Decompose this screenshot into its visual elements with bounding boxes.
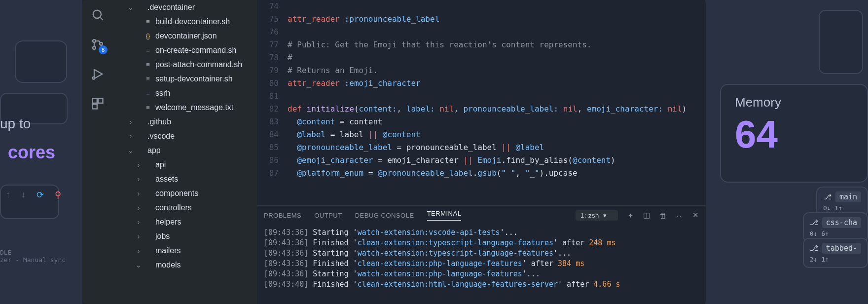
tree-item-label: setup-devcontainer.sh bbox=[155, 75, 233, 83]
refresh-icon[interactable]: ⟳ bbox=[36, 190, 44, 200]
tree-item-label: app bbox=[147, 146, 161, 155]
tree-item-label: components bbox=[155, 189, 198, 198]
tree-item-label: ssrh bbox=[155, 89, 170, 98]
chevron-right-icon: › bbox=[135, 232, 143, 240]
branch-name: main bbox=[835, 191, 861, 202]
chevron-down-icon: ⌄ bbox=[135, 261, 143, 269]
arrow-up-icon[interactable]: ↑ bbox=[6, 190, 10, 200]
file-icon: ≡ bbox=[144, 61, 152, 68]
folder-row[interactable]: ›jobs bbox=[113, 229, 257, 243]
file-row[interactable]: ≡post-attach-command.sh bbox=[113, 57, 257, 72]
svg-rect-9 bbox=[93, 104, 97, 109]
branch-card[interactable]: ⎇tabbed-2↓ 1↑ bbox=[803, 238, 868, 268]
tree-item-label: build-devcontainer.sh bbox=[155, 17, 230, 26]
search-icon[interactable] bbox=[86, 3, 109, 27]
tab-problems[interactable]: Problems bbox=[264, 212, 301, 219]
folder-row[interactable]: ›.github bbox=[113, 114, 257, 129]
folder-row[interactable]: ›assets bbox=[113, 172, 257, 186]
file-icon: {} bbox=[144, 32, 152, 39]
memory-card: Memory 64 bbox=[720, 84, 868, 183]
tab-debug-console[interactable]: Debug Console bbox=[355, 212, 414, 219]
svg-point-0 bbox=[93, 10, 101, 18]
file-row[interactable]: ≡welcome_message.txt bbox=[113, 100, 257, 114]
promo-pill2: ↑ ↓ ⟳ ⚲ bbox=[0, 185, 59, 219]
folder-row[interactable]: ⌄app bbox=[113, 143, 257, 157]
memory-value: 64 bbox=[735, 112, 867, 157]
chevron-up-icon[interactable]: ︿ bbox=[676, 211, 684, 220]
folder-row[interactable]: ›controllers bbox=[113, 200, 257, 215]
file-icon: ≡ bbox=[144, 75, 152, 82]
tree-item-label: devcontainer.json bbox=[155, 32, 217, 40]
tree-item-label: jobs bbox=[155, 232, 170, 241]
file-row[interactable]: {}devcontainer.json bbox=[113, 29, 257, 43]
chevron-right-icon: › bbox=[135, 218, 143, 226]
memory-label: Memory bbox=[735, 95, 867, 110]
promo-left-panel: up to cores ↑ ↓ ⟳ ⚲ DLE zer - Manual syn… bbox=[0, 0, 82, 304]
tree-item-label: helpers bbox=[155, 218, 181, 227]
file-icon: ≡ bbox=[144, 89, 152, 97]
source-control-icon[interactable]: 8 bbox=[86, 33, 109, 56]
svg-point-3 bbox=[93, 46, 96, 49]
activity-bar: 8 bbox=[82, 0, 113, 304]
branch-stat: 0↓ 6↑ bbox=[810, 230, 861, 237]
chevron-right-icon: › bbox=[135, 161, 143, 169]
terminal-output[interactable]: [09:43:36] Starting 'watch-extension:vsc… bbox=[257, 225, 706, 304]
branch-stat: 2↓ 1↑ bbox=[810, 256, 861, 263]
folder-row[interactable]: ⌄models bbox=[113, 258, 257, 272]
tree-item-label: .github bbox=[147, 117, 171, 126]
svg-rect-7 bbox=[93, 99, 97, 103]
chevron-right-icon: › bbox=[135, 204, 143, 212]
chevron-right-icon: › bbox=[135, 247, 143, 255]
file-row[interactable]: ≡ssrh bbox=[113, 86, 257, 100]
promo-right-panel: Memory 64 ⎇main0↓ 1↑⎇css-cha0↓ 6↑⎇tabbed… bbox=[705, 0, 868, 304]
branch-name: tabbed- bbox=[822, 243, 861, 254]
bottom-panel: Problems Output Debug Console Terminal 1… bbox=[257, 205, 706, 304]
tree-item-label: mailers bbox=[155, 246, 181, 255]
folder-row[interactable]: ›helpers bbox=[113, 215, 257, 229]
tree-item-label: on-create-command.sh bbox=[155, 46, 237, 55]
editor-area: 7475767778798081828384858687 attr_reader… bbox=[257, 0, 706, 304]
tree-item-label: .vscode bbox=[147, 132, 175, 141]
svg-point-2 bbox=[93, 39, 96, 42]
folder-row[interactable]: ›mailers bbox=[113, 243, 257, 258]
run-debug-icon[interactable] bbox=[86, 62, 109, 86]
file-icon: ≡ bbox=[144, 18, 152, 25]
folder-row[interactable]: ⌄.devcontainer bbox=[113, 0, 257, 14]
arrow-down-icon[interactable]: ↓ bbox=[21, 190, 26, 200]
tab-output[interactable]: Output bbox=[314, 212, 342, 219]
file-row[interactable]: ≡setup-devcontainer.sh bbox=[113, 72, 257, 86]
file-icon: ≡ bbox=[144, 104, 152, 111]
chevron-right-icon: › bbox=[127, 118, 135, 126]
tab-terminal[interactable]: Terminal bbox=[427, 210, 462, 221]
scm-badge: 8 bbox=[99, 45, 108, 54]
split-terminal-icon[interactable]: ◫ bbox=[643, 211, 651, 220]
folder-row[interactable]: ›components bbox=[113, 186, 257, 200]
chevron-right-icon: › bbox=[135, 175, 143, 183]
ide-window: 8 ⌄.devcontainer≡build-devcontainer.sh{}… bbox=[82, 0, 706, 304]
file-row[interactable]: ≡on-create-command.sh bbox=[113, 43, 257, 57]
file-explorer: ⌄.devcontainer≡build-devcontainer.sh{}de… bbox=[113, 0, 257, 304]
panel-tabs: Problems Output Debug Console Terminal 1… bbox=[257, 206, 706, 225]
tree-item-label: welcome_message.txt bbox=[155, 103, 233, 112]
promo-box bbox=[15, 40, 67, 83]
folder-row[interactable]: ›.vscode bbox=[113, 129, 257, 143]
terminal-select[interactable]: 1: zsh ▾ bbox=[576, 210, 617, 221]
file-icon: ≡ bbox=[144, 46, 152, 54]
branch-name: css-cha bbox=[822, 217, 861, 228]
branch-stat: 0↓ 1↑ bbox=[823, 204, 861, 212]
git-branch-icon: ⎇ bbox=[823, 192, 832, 201]
promo-cores: cores bbox=[8, 142, 55, 163]
folder-row[interactable]: ›api bbox=[113, 157, 257, 172]
link-icon[interactable]: ⚲ bbox=[55, 190, 61, 200]
file-row[interactable]: ≡build-devcontainer.sh bbox=[113, 14, 257, 29]
close-icon[interactable]: ✕ bbox=[692, 211, 699, 220]
new-terminal-icon[interactable]: ＋ bbox=[627, 211, 635, 220]
trash-icon[interactable]: 🗑 bbox=[659, 211, 667, 220]
chevron-right-icon: › bbox=[135, 190, 143, 197]
tree-item-label: api bbox=[155, 160, 166, 169]
code-editor[interactable]: 7475767778798081828384858687 attr_reader… bbox=[257, 0, 706, 205]
extensions-icon[interactable] bbox=[86, 92, 109, 115]
tree-item-label: models bbox=[155, 261, 181, 269]
svg-point-4 bbox=[100, 42, 103, 45]
tree-item-label: controllers bbox=[155, 203, 192, 212]
